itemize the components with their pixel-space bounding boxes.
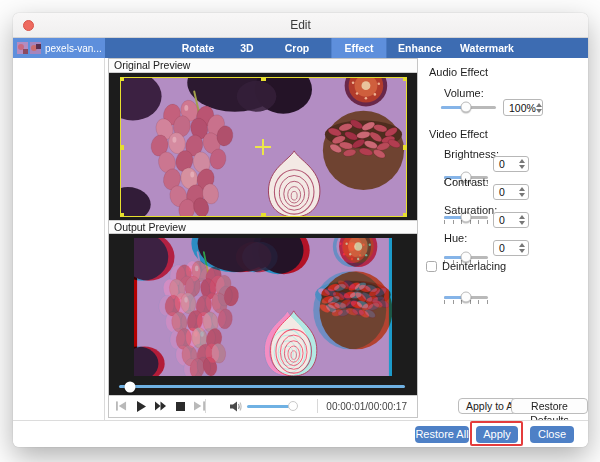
- deinterlacing-label: Deinterlacing: [442, 260, 506, 272]
- crosshair-icon: [255, 139, 271, 155]
- original-preview-image: [120, 77, 407, 217]
- apply-button[interactable]: Apply: [476, 426, 518, 443]
- crop-handle[interactable]: [120, 77, 124, 81]
- playback-controls: [109, 401, 205, 412]
- preview-column: Original Preview: [108, 58, 418, 418]
- sidebar-item-label: pexels-van...: [45, 43, 101, 54]
- play-icon: [137, 401, 146, 412]
- seek-thumb[interactable]: [125, 381, 136, 392]
- output-preview-area: [109, 234, 417, 396]
- hue-slider[interactable]: [444, 291, 488, 303]
- stepper-control[interactable]: [519, 187, 525, 197]
- fast-forward-icon: [155, 401, 166, 411]
- brightness-spinbox[interactable]: 0: [493, 156, 529, 172]
- skip-back-button[interactable]: [116, 401, 127, 412]
- stepper-control[interactable]: [519, 215, 525, 225]
- deinterlacing-checkbox[interactable]: [426, 261, 437, 272]
- stop-icon: [176, 402, 185, 411]
- original-preview-label: Original Preview: [109, 59, 417, 73]
- close-button[interactable]: Close: [530, 426, 574, 443]
- hue-label: Hue:: [444, 232, 467, 244]
- top-strip: pexels-van... Rotate 3D Crop Effect Enha…: [13, 38, 588, 58]
- contrast-label: Contrast:: [444, 176, 489, 188]
- stepper-control[interactable]: [536, 103, 542, 113]
- crop-handle[interactable]: [403, 145, 407, 150]
- skip-forward-button[interactable]: [194, 401, 205, 412]
- stepper-control[interactable]: [519, 159, 525, 169]
- hue-value: 0: [499, 242, 505, 254]
- hue-slider-thumb[interactable]: [461, 292, 472, 303]
- crop-handle[interactable]: [403, 77, 407, 81]
- effects-panel: Audio Effect Volume: 100% Video Effect B…: [419, 58, 588, 420]
- transport-bar: 00:00:01/00:00:17: [109, 396, 417, 416]
- video-thumbnail-icon: [17, 41, 41, 55]
- crop-handle[interactable]: [261, 213, 266, 217]
- video-effect-heading: Video Effect: [429, 128, 488, 140]
- file-list-panel: [13, 58, 105, 420]
- skip-back-icon: [116, 401, 127, 411]
- edit-dialog: Edit pexels-van... Rotate 3D Crop Effect…: [13, 13, 588, 447]
- tab-bar: Rotate 3D Crop Effect Enhance Watermark: [105, 38, 588, 58]
- stop-button[interactable]: [175, 401, 185, 412]
- play-button[interactable]: [136, 401, 146, 412]
- audio-effect-heading: Audio Effect: [429, 66, 488, 78]
- tab-enhance[interactable]: Enhance: [385, 38, 455, 58]
- crop-handle[interactable]: [120, 145, 124, 150]
- crop-handle[interactable]: [261, 77, 266, 81]
- volume-value: 100%: [509, 102, 536, 114]
- tab-crop[interactable]: Crop: [272, 38, 323, 58]
- contrast-value: 0: [499, 186, 505, 198]
- saturation-label: Saturation:: [444, 204, 497, 216]
- volume-spinbox[interactable]: 100%: [503, 99, 543, 116]
- output-preview-label: Output Preview: [109, 220, 417, 234]
- restore-all-button[interactable]: Restore All: [415, 426, 469, 443]
- volume-control: [206, 401, 317, 412]
- time-display: 00:00:01/00:00:17: [318, 401, 417, 412]
- crop-selection[interactable]: [120, 77, 407, 217]
- seek-bar[interactable]: [119, 385, 405, 388]
- sidebar-item-video[interactable]: pexels-van...: [13, 38, 105, 58]
- bottom-action-bar: Restore All Apply Close: [13, 420, 588, 447]
- volume-label: Volume:: [444, 87, 484, 99]
- title-bar: Edit: [13, 13, 588, 38]
- brightness-value: 0: [499, 158, 505, 170]
- brightness-label: Brightness:: [444, 148, 499, 160]
- deinterlacing-row: Deinterlacing: [426, 260, 506, 272]
- stepper-control[interactable]: [519, 243, 525, 253]
- tab-effect[interactable]: Effect: [331, 38, 386, 58]
- hue-spinbox[interactable]: 0: [493, 240, 529, 256]
- volume-slider-thumb[interactable]: [288, 401, 298, 411]
- volume-effect-slider[interactable]: [441, 101, 496, 113]
- contrast-spinbox[interactable]: 0: [493, 184, 529, 200]
- tab-watermark[interactable]: Watermark: [447, 38, 527, 58]
- crop-handle[interactable]: [120, 213, 124, 217]
- restore-defaults-button[interactable]: Restore Defaults: [511, 398, 588, 414]
- crop-handle[interactable]: [403, 213, 407, 217]
- screenshot-canvas: Edit pexels-van... Rotate 3D Crop Effect…: [0, 0, 600, 462]
- volume-slider[interactable]: [247, 405, 293, 408]
- skip-forward-icon: [194, 401, 205, 411]
- original-preview-area: [109, 73, 417, 220]
- window-title: Edit: [13, 13, 588, 38]
- speaker-icon: [230, 401, 242, 412]
- tab-rotate[interactable]: Rotate: [169, 38, 228, 58]
- tab-3d[interactable]: 3D: [227, 38, 266, 58]
- volume-effect-slider-thumb[interactable]: [461, 102, 472, 113]
- fast-forward-button[interactable]: [155, 401, 166, 412]
- saturation-spinbox[interactable]: 0: [493, 212, 529, 228]
- saturation-value: 0: [499, 214, 505, 226]
- output-preview-image: [134, 238, 392, 376]
